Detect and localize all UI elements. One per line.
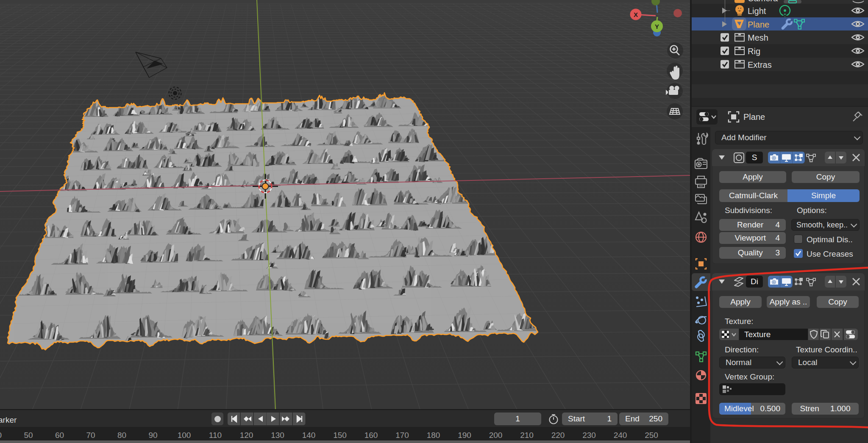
svg-text:X: X [634,11,638,18]
svg-text:Y: Y [655,23,659,30]
